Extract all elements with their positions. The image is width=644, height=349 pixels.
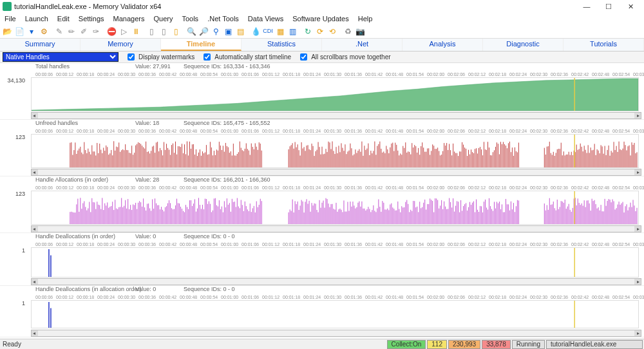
scroll-right-icon[interactable]: ▸	[637, 113, 639, 118]
window-buttons: ― ☐ ✕	[576, 0, 641, 13]
refresh2-icon[interactable]: ⟲	[327, 26, 338, 37]
open-file-icon[interactable]: 📂	[1, 26, 13, 37]
doc3-icon[interactable]: ▯	[170, 26, 182, 37]
camera-icon[interactable]: 📷	[354, 26, 366, 37]
panel-icon[interactable]: ▦	[274, 26, 286, 37]
find-icon[interactable]: ⚲	[210, 26, 222, 37]
display-watermarks-checkbox[interactable]	[128, 53, 135, 61]
pane-yaxis: 1	[0, 247, 27, 254]
pane-ticks: 00:00:0600:00:1200:00:1800:00:2400:00:30…	[35, 295, 644, 300]
menu-launch[interactable]: Launch	[23, 14, 50, 23]
zoom-out-icon[interactable]: 🔎	[198, 26, 209, 37]
handle-type-select[interactable]: Native Handles	[3, 52, 118, 62]
status-running: Running	[512, 340, 545, 349]
status-exe: tutorialHandleLeak.exe	[546, 340, 643, 349]
horizontal-scrollbar[interactable]: ◂ ▸	[31, 330, 641, 337]
brush-icon[interactable]: ✑	[90, 26, 102, 37]
status-collect: Collect:On	[387, 340, 426, 349]
scrollbars-move-together-checkbox[interactable]	[300, 53, 307, 61]
doc1-icon[interactable]: ▯	[146, 26, 157, 37]
scroll-right-icon[interactable]: ▸	[637, 279, 639, 285]
graph-deallocations-alloc-order[interactable]	[31, 300, 639, 328]
horizontal-scrollbar[interactable]: ◂ ▸	[31, 112, 641, 119]
tab-analysis[interactable]: Analysis	[402, 39, 483, 51]
statusbar: Ready Collect:On 112 230,993 33,878 Runn…	[0, 339, 644, 349]
file-icon[interactable]: 📄	[14, 26, 25, 37]
pane-title: Total handles	[35, 63, 70, 70]
app-icon	[3, 2, 12, 11]
scroll-left-icon[interactable]: ◂	[33, 279, 35, 285]
menu-tools[interactable]: Tools	[180, 14, 200, 23]
timeline-panes: Total handles Value: 27,991 Sequence IDs…	[0, 63, 644, 339]
maximize-button[interactable]: ☐	[598, 0, 620, 13]
reload-green-icon[interactable]: ↻	[302, 26, 314, 37]
scrollbars-move-together-label: All scrollbars move together	[311, 53, 390, 61]
funnel-icon[interactable]: ▾	[26, 26, 37, 37]
tab-diagnostic[interactable]: Diagnostic	[483, 39, 564, 51]
tab-timeline[interactable]: Timeline	[161, 39, 242, 51]
pen-icon[interactable]: ✎	[53, 26, 65, 37]
pane-title: Handle Deallocations (in order)	[35, 233, 115, 240]
stop-icon[interactable]: ⛔	[106, 26, 117, 37]
pane-value: Value: 0	[135, 233, 156, 240]
edit-icon[interactable]: ✐	[78, 26, 90, 37]
pane-seqids: Sequence IDs: 165,475 - 165,552	[184, 120, 270, 126]
menu-nettools[interactable]: .Net Tools	[205, 14, 241, 23]
scroll-left-icon[interactable]: ◂	[33, 169, 35, 175]
menu-settings[interactable]: Settings	[77, 14, 106, 23]
goto-icon[interactable]: ▣	[222, 26, 234, 37]
pane-value: Value: 18	[135, 120, 159, 126]
scroll-left-icon[interactable]: ◂	[33, 226, 35, 232]
doc2-icon[interactable]: ▯	[158, 26, 169, 37]
status-count3: 33,878	[482, 340, 511, 349]
horizontal-scrollbar[interactable]: ◂ ▸	[31, 169, 641, 176]
marker-icon[interactable]: ✏	[66, 26, 77, 37]
pane-seqids: Sequence IDs: 163,334 - 163,346	[184, 63, 270, 70]
auto-start-timeline-label: Automatically start timeline	[214, 53, 291, 61]
scroll-right-icon[interactable]: ▸	[637, 226, 639, 232]
recycle-icon[interactable]: ♻	[342, 26, 354, 37]
scroll-right-icon[interactable]: ▸	[637, 330, 639, 336]
gear-icon[interactable]: ⚙	[38, 26, 50, 37]
graph-allocations[interactable]	[31, 191, 639, 225]
play-icon[interactable]: ▷	[118, 26, 129, 37]
status-count1: 112	[427, 340, 447, 349]
pane-yaxis: 1	[0, 300, 27, 307]
menu-managers[interactable]: Managers	[111, 14, 147, 23]
graph-unfreed-handles[interactable]	[31, 134, 639, 168]
refresh1-icon[interactable]: ⟳	[314, 26, 326, 37]
menu-file[interactable]: File	[3, 14, 18, 23]
pane-yaxis: 34,130	[0, 77, 27, 84]
svg-marker-0	[32, 79, 638, 111]
scroll-left-icon[interactable]: ◂	[33, 330, 35, 336]
pane-total-handles: Total handles Value: 27,991 Sequence IDs…	[0, 63, 644, 120]
graph-deallocations[interactable]	[31, 247, 639, 278]
menu-softwareupdates[interactable]: Software Updates	[290, 14, 350, 23]
tab-net[interactable]: .Net	[322, 39, 402, 51]
minimize-button[interactable]: ―	[576, 0, 598, 13]
menu-dataviews[interactable]: Data Views	[246, 14, 285, 23]
menu-query[interactable]: Query	[151, 14, 175, 23]
horizontal-scrollbar[interactable]: ◂ ▸	[31, 278, 641, 285]
tab-tutorials[interactable]: Tutorials	[564, 39, 644, 51]
tab-memory[interactable]: Memory	[80, 39, 161, 51]
main-tabs: Summary Memory Timeline Statistics .Net …	[0, 39, 644, 52]
scroll-left-icon[interactable]: ◂	[33, 113, 35, 118]
bookmark-icon[interactable]: ▤	[234, 26, 246, 37]
window-title: tutorialHandleLeak.exe - Memory Validato…	[14, 3, 576, 10]
grid-icon[interactable]: ▥	[287, 26, 298, 37]
horizontal-scrollbar[interactable]: ◂ ▸	[31, 225, 641, 232]
tab-statistics[interactable]: Statistics	[242, 39, 322, 51]
pane-value: Value: 0	[135, 286, 156, 292]
scroll-right-icon[interactable]: ▸	[637, 169, 639, 175]
zoom-in-icon[interactable]: 🔍	[185, 26, 197, 37]
close-button[interactable]: ✕	[620, 0, 641, 13]
graph-total-handles[interactable]	[31, 77, 639, 111]
auto-start-timeline-checkbox[interactable]	[204, 53, 211, 61]
cdi-icon[interactable]: CDI	[262, 26, 274, 37]
pause-icon[interactable]: ⏸	[130, 26, 142, 37]
droplet-icon[interactable]: 💧	[250, 26, 261, 37]
menu-help[interactable]: Help	[356, 14, 375, 23]
tab-summary[interactable]: Summary	[0, 39, 80, 51]
menu-edit[interactable]: Edit	[55, 14, 71, 23]
